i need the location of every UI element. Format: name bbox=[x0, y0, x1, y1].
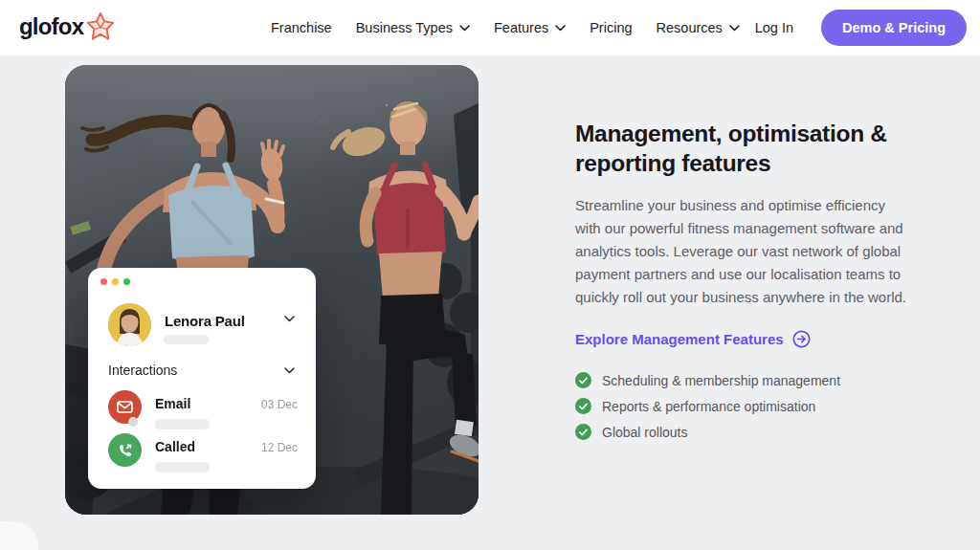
window-close-dot bbox=[100, 278, 107, 285]
login-link[interactable]: Log In bbox=[755, 20, 793, 35]
nav-item-business-types[interactable]: Business Types bbox=[356, 20, 470, 35]
nav-item-pricing[interactable]: Pricing bbox=[590, 20, 632, 35]
window-minimize-dot bbox=[112, 278, 119, 285]
checklist-item-label: Global rollouts bbox=[602, 425, 688, 440]
nav-item-label: Pricing bbox=[590, 20, 632, 35]
next-section-card-peek bbox=[0, 521, 38, 550]
checklist-item-label: Scheduling & membership management bbox=[602, 373, 840, 388]
checklist-item-label: Reports & performance optimisation bbox=[602, 399, 815, 414]
interaction-date: 03 Dec bbox=[261, 398, 298, 411]
chevron-down-icon bbox=[284, 367, 295, 374]
main-nav: Franchise Business Types Features Pricin… bbox=[271, 0, 740, 55]
page-title: Management, optimisation & reporting fea… bbox=[575, 119, 912, 178]
hero-section: Lenora Paul Interactions Email 03 Dec bbox=[0, 55, 980, 550]
avatar bbox=[108, 303, 151, 346]
placeholder-bar bbox=[155, 419, 210, 429]
arrow-right-circle-icon bbox=[792, 330, 811, 348]
interactions-label: Interactions bbox=[108, 363, 177, 378]
placeholder-bar bbox=[164, 335, 209, 344]
checklist-item: Global rollouts bbox=[575, 424, 912, 440]
window-zoom-dot bbox=[123, 278, 130, 285]
interaction-date: 12 Dec bbox=[261, 441, 298, 454]
check-icon bbox=[575, 372, 591, 388]
explore-features-label: Explore Management Features bbox=[575, 331, 784, 347]
nav-item-label: Franchise bbox=[271, 20, 332, 35]
hero-photo: Lenora Paul Interactions Email 03 Dec bbox=[65, 65, 479, 515]
explore-features-link[interactable]: Explore Management Features bbox=[575, 330, 811, 348]
placeholder-bar bbox=[155, 462, 210, 473]
demo-pricing-button[interactable]: Demo & Pricing bbox=[821, 10, 967, 46]
interaction-type: Email bbox=[155, 396, 190, 411]
fox-logo-icon bbox=[86, 11, 115, 42]
contact-name: Lenora Paul bbox=[165, 313, 245, 329]
crm-card: Lenora Paul Interactions Email 03 Dec bbox=[88, 268, 316, 489]
brand-logo-text: glofox bbox=[19, 13, 83, 40]
chevron-down-icon bbox=[555, 25, 566, 32]
chevron-down-icon bbox=[729, 25, 740, 32]
nav-item-franchise[interactable]: Franchise bbox=[271, 20, 332, 35]
chevron-down-icon bbox=[459, 25, 470, 32]
nav-item-resources[interactable]: Resources bbox=[657, 20, 740, 35]
phone-outgoing-icon bbox=[108, 433, 142, 467]
nav-item-label: Resources bbox=[657, 20, 723, 35]
top-nav: glofox Franchise Business Types Features bbox=[0, 0, 980, 55]
nav-item-label: Features bbox=[494, 20, 548, 35]
page: glofox Franchise Business Types Features bbox=[0, 0, 980, 550]
nav-right-group: Log In Demo & Pricing bbox=[755, 0, 967, 55]
checklist-item: Reports & performance optimisation bbox=[575, 398, 912, 414]
check-icon bbox=[575, 398, 591, 414]
timeline-dot bbox=[128, 417, 138, 427]
check-icon bbox=[575, 424, 591, 440]
nav-item-label: Business Types bbox=[356, 20, 453, 35]
chevron-down-icon bbox=[284, 316, 295, 322]
hero-paragraph: Streamline your business and optimise ef… bbox=[575, 194, 912, 309]
brand-logo[interactable]: glofox bbox=[19, 11, 115, 42]
checklist-item: Scheduling & membership management bbox=[575, 372, 912, 388]
hero-copy: Management, optimisation & reporting fea… bbox=[575, 119, 912, 440]
window-controls bbox=[100, 278, 130, 285]
feature-checklist: Scheduling & membership management Repor… bbox=[575, 372, 912, 440]
interaction-type: Called bbox=[155, 439, 195, 454]
nav-item-features[interactable]: Features bbox=[494, 20, 566, 35]
